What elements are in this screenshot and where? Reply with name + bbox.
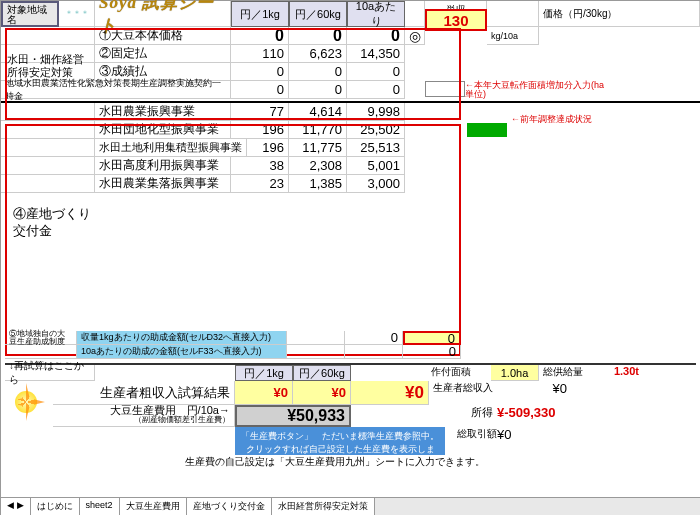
total-rev-label: 生産者総収入 [429, 381, 497, 405]
gross-v3: ¥0 [351, 381, 429, 405]
row5-v1: 77 [231, 103, 289, 121]
row5-v2: 4,614 [289, 103, 347, 121]
area-label: 作付面積 [431, 365, 491, 381]
bcol2: 円／60kg [293, 365, 351, 381]
row8-v2: 2,308 [289, 157, 347, 175]
row3-v3: 0 [347, 63, 405, 81]
tab-sheet2[interactable]: sheet2 [80, 498, 120, 515]
tab-suiden[interactable]: 水田経営所得安定対策 [272, 498, 375, 515]
area-value[interactable]: 1.0ha [491, 365, 539, 381]
tab-nav[interactable]: ◀ ▶ [1, 498, 31, 515]
row7-label: 水田土地利用集積型振興事業 [95, 139, 247, 157]
row10-lbl1: 収量1kgあたりの助成金額(セルD32へ直接入力) [77, 331, 287, 345]
input-box-1[interactable] [425, 81, 465, 97]
cost-sub: （副産物価額差引生産費） [134, 416, 230, 424]
row5-label: 水田農業振興事業 [95, 103, 231, 121]
blue-message-button[interactable]: 「生産費ボタン」 ただいま標準生産費参照中。クリックすれば自己設定した生産費を表… [235, 427, 445, 455]
row10-v2[interactable]: 0 [403, 345, 461, 359]
tab-intro[interactable]: はじめに [31, 498, 80, 515]
col-10a: 10aあたり [347, 1, 405, 27]
row2-v2: 6,623 [289, 45, 347, 63]
section4-label: ④産地づくり交付金 [13, 206, 93, 240]
bcol1: 円／1kg [235, 365, 293, 381]
recalc-label: ↓再試算はここから [5, 365, 95, 381]
row9-label: 水田農業集落振興事業 [95, 175, 231, 193]
tab-sanchi[interactable]: 産地づくり交付金 [187, 498, 272, 515]
row9-v1: 23 [231, 175, 289, 193]
row7-v2: 11,775 [289, 139, 347, 157]
row4-v1: 0 [231, 81, 289, 99]
green-bar [467, 123, 507, 137]
row9-v2: 1,385 [289, 175, 347, 193]
col-yen-1kg: 円／1kg [231, 1, 289, 27]
row6-label: 水田団地化型振興事業 [95, 121, 231, 139]
target-area-label: 対象地域名 [1, 1, 59, 27]
row10-lbl2: 10aあたりの助成の金額(セルF33へ直接入力) [77, 345, 287, 359]
note1: ←本年大豆転作面積増加分入力(ha単位) [465, 81, 605, 99]
unit-yield-input[interactable]: 130 [425, 9, 487, 31]
row7-v1: 196 [247, 139, 289, 157]
tab-cost[interactable]: 大豆生産費用 [120, 498, 187, 515]
cost-value: ¥50,933 [235, 405, 351, 427]
sheet-title: Soya 試算シート [95, 1, 231, 27]
side-label-text: 水田・畑作経営所得安定対策 [7, 53, 93, 79]
row2-label: ②固定払 [95, 45, 231, 63]
row6-v3: 25,502 [347, 121, 405, 139]
gross-v1: ¥0 [235, 381, 293, 405]
total-yield-label: 総供給量 [539, 365, 589, 381]
total-yield-value: 1.30t [589, 365, 639, 381]
row9-v3: 3,000 [347, 175, 405, 193]
row10-v3[interactable]: 0 [403, 331, 461, 345]
row6-v1: 196 [231, 121, 289, 139]
row7-v3: 25,513 [347, 139, 405, 157]
note2: ←前年調整達成状況 [511, 113, 592, 126]
row1-v2: 0 [289, 27, 347, 45]
double-circle-icon: ◎ [405, 27, 425, 45]
self-note: 生産費の自己設定は「大豆生産費用九州」シートに入力できます。 [185, 455, 485, 471]
row4-label: 地域水田農業活性化緊急対策長期生産調整実施契約一時金 [1, 81, 231, 99]
row8-label: 水田高度利用振興事業 [95, 157, 231, 175]
row10-v1[interactable]: 0 [345, 331, 403, 345]
row2-v3: 14,350 [347, 45, 405, 63]
row8-v3: 5,001 [347, 157, 405, 175]
row1-v3: 0 [347, 27, 405, 45]
row3-v2: 0 [289, 63, 347, 81]
row4-v2: 0 [289, 81, 347, 99]
sheet-tabs[interactable]: ◀ ▶ はじめに sheet2 大豆生産費用 産地づくり交付金 水田経営所得安定… [1, 497, 700, 515]
row2-v1: 110 [231, 45, 289, 63]
unit-yield-unit: kg/10a [487, 27, 539, 45]
row3-v1: 0 [231, 63, 289, 81]
row5-v3: 9,998 [347, 103, 405, 121]
stars-cell: ＊＊＊ [59, 1, 95, 27]
gross-v2: ¥0 [293, 381, 351, 405]
row4-v3: 0 [347, 81, 405, 99]
row6-v2: 11,770 [289, 121, 347, 139]
gross-label: 生産者粗収入試算結果 [53, 381, 235, 405]
sun-icon[interactable] [7, 383, 45, 421]
row8-v1: 38 [231, 157, 289, 175]
row1-label: ①大豆本体価格 [95, 27, 231, 45]
deduct-label: 総取引額 [445, 427, 497, 455]
row1-v1[interactable]: 0 [231, 27, 289, 45]
income-value: ¥-509,330 [497, 405, 587, 427]
income-label: 所得 [429, 405, 497, 427]
deduct-value: ¥0 [497, 427, 587, 455]
col-yen-60kg: 円／60kg [289, 1, 347, 27]
total-rev-value: ¥0 [497, 381, 567, 405]
price-label: 価格（円/30kg） [539, 1, 700, 27]
row10-side: ⑤地域独自の大豆生産助成制度 [5, 331, 77, 345]
